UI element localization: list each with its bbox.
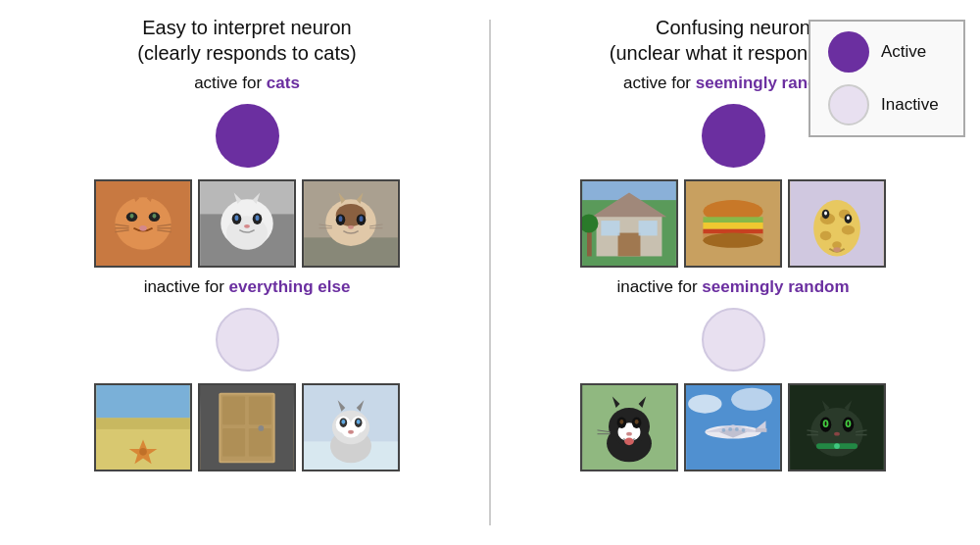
svg-point-64 — [341, 420, 345, 424]
legend-active-circle — [828, 31, 869, 73]
svg-point-105 — [626, 432, 632, 436]
left-active-label: active for cats — [194, 74, 300, 93]
svg-point-90 — [820, 231, 831, 241]
right-inactive-label: inactive for seemingly random — [616, 277, 849, 297]
svg-point-129 — [825, 421, 827, 426]
left-inactive-img-3 — [302, 383, 400, 471]
right-active-prefix: active for — [623, 74, 696, 92]
left-active-img-1 — [94, 179, 192, 268]
svg-rect-80 — [703, 217, 762, 223]
svg-rect-74 — [601, 221, 619, 235]
svg-point-112 — [688, 395, 721, 414]
svg-rect-81 — [703, 223, 762, 229]
svg-rect-118 — [756, 428, 766, 432]
svg-rect-50 — [222, 396, 245, 424]
svg-point-21 — [235, 215, 239, 221]
svg-point-113 — [731, 388, 772, 411]
svg-point-124 — [810, 408, 863, 457]
right-inactive-prefix: inactive for — [616, 277, 702, 296]
svg-point-122 — [742, 428, 746, 432]
svg-rect-43 — [96, 418, 190, 428]
svg-point-120 — [728, 427, 732, 431]
svg-point-5 — [153, 214, 157, 219]
svg-point-139 — [834, 443, 840, 449]
svg-point-84 — [703, 233, 762, 248]
right-inactive-img-3 — [788, 383, 886, 471]
right-inactive-img-2 — [684, 383, 782, 471]
legend-inactive-item: Inactive — [828, 84, 946, 125]
svg-point-103 — [619, 420, 623, 424]
left-column-title: Easy to interpret neuron (clearly respon… — [137, 15, 356, 66]
right-inactive-img-1 — [580, 383, 678, 471]
svg-point-32 — [339, 216, 343, 222]
legend-active-label: Active — [881, 42, 926, 62]
svg-point-22 — [256, 215, 260, 221]
svg-point-54 — [258, 425, 264, 431]
svg-point-106 — [624, 438, 634, 446]
svg-point-6 — [139, 225, 147, 231]
svg-point-131 — [834, 432, 840, 436]
legend-active-item: Active — [828, 31, 946, 73]
right-inactive-highlight: seemingly random — [702, 277, 849, 296]
left-active-img-2 — [198, 179, 296, 268]
right-active-circle — [702, 104, 765, 168]
svg-point-1 — [115, 197, 171, 250]
right-active-img-2 — [684, 179, 782, 268]
svg-rect-73 — [618, 233, 641, 257]
left-active-img-3 — [302, 179, 400, 268]
svg-point-119 — [722, 428, 726, 432]
right-active-img-3 — [788, 179, 886, 268]
svg-point-23 — [244, 224, 250, 228]
legend: Active Inactive — [808, 20, 965, 137]
svg-point-46 — [139, 448, 147, 456]
left-active-images — [94, 179, 400, 268]
svg-point-33 — [360, 216, 364, 222]
left-inactive-circle — [216, 308, 279, 372]
svg-point-104 — [635, 420, 639, 424]
left-inactive-section: inactive for everything else — [15, 277, 479, 477]
right-inactive-images — [580, 383, 886, 471]
svg-point-96 — [833, 247, 841, 252]
left-inactive-prefix: inactive for — [144, 277, 229, 296]
right-title-line1: Confusing neuron — [656, 17, 810, 38]
svg-point-94 — [824, 212, 827, 216]
right-inactive-circle — [702, 308, 765, 372]
svg-rect-53 — [249, 428, 271, 457]
left-title-line1: Easy to interpret neuron — [142, 17, 351, 38]
svg-rect-52 — [222, 428, 245, 457]
svg-point-130 — [848, 421, 850, 426]
right-inactive-section: inactive for seemingly random — [501, 277, 965, 477]
left-active-highlight: cats — [267, 74, 300, 92]
svg-point-89 — [842, 225, 855, 235]
left-inactive-label: inactive for everything else — [144, 277, 351, 297]
left-column: Easy to interpret neuron (clearly respon… — [5, 10, 489, 535]
left-inactive-images — [94, 383, 400, 471]
legend-inactive-label: Inactive — [881, 95, 939, 115]
left-inactive-img-2 — [198, 383, 296, 471]
left-inactive-highlight: everything else — [229, 277, 351, 296]
right-active-img-1 — [580, 179, 678, 268]
svg-point-65 — [357, 420, 361, 424]
svg-rect-42 — [96, 385, 190, 418]
svg-rect-51 — [249, 396, 271, 424]
left-active-section: active for cats — [15, 74, 479, 273]
left-active-prefix: active for — [194, 74, 267, 92]
svg-point-34 — [348, 225, 354, 229]
legend-inactive-circle — [828, 84, 869, 125]
svg-rect-75 — [639, 221, 658, 235]
left-title-line2: (clearly responds to cats) — [137, 42, 356, 64]
right-active-images — [580, 179, 886, 268]
svg-point-4 — [130, 214, 134, 219]
svg-point-66 — [348, 430, 354, 434]
svg-point-95 — [847, 216, 850, 220]
left-inactive-img-1 — [94, 383, 192, 471]
left-active-circle — [216, 104, 279, 168]
svg-point-121 — [735, 427, 739, 431]
